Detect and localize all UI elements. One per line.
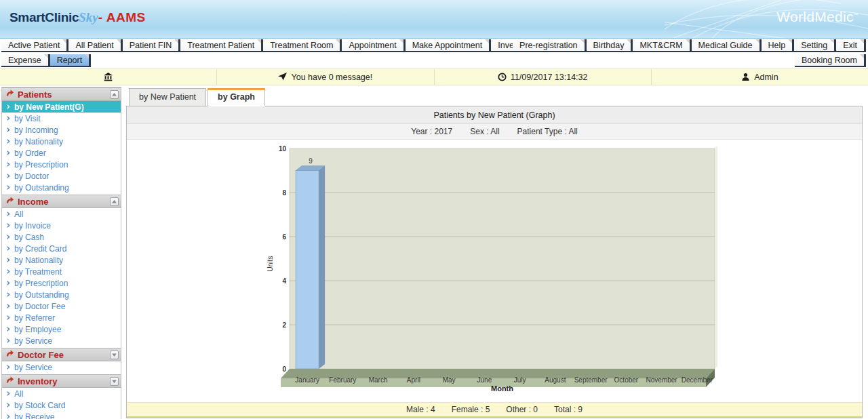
month-label: February <box>329 376 356 384</box>
collapse-button[interactable] <box>110 197 119 206</box>
menu-tab-all-patient[interactable]: All Patient <box>68 39 122 52</box>
menu-row-1: Active PatientAll PatientPatient FINTrea… <box>0 39 868 54</box>
sidebar-item-by-service[interactable]: by Service <box>2 361 121 373</box>
month-label: January <box>295 376 319 384</box>
chevron-right-icon <box>5 127 12 133</box>
filter-2: Sex : All <box>470 127 499 136</box>
sidebar-item-label: by Outstanding <box>14 183 69 193</box>
section-header-income[interactable]: Income <box>2 195 121 208</box>
month-label: May <box>443 376 456 384</box>
sidebar-item-by-referrer[interactable]: by Referrer <box>2 312 121 323</box>
sidebar-item-label: All <box>14 389 23 399</box>
svg-text:10: 10 <box>279 145 287 153</box>
sidebar-item-by-doctor[interactable]: by Doctor <box>2 170 121 182</box>
status-text-3: 11/09/2017 13:14:32 <box>511 73 588 82</box>
app-header: SmartClinicSky- AAMS WorldMedic™ <box>0 0 868 39</box>
sidebar-item-by-new-patient-g-[interactable]: by New Patient(G) <box>2 101 121 113</box>
chevron-right-icon <box>5 234 12 240</box>
sidebar-item-by-prescription[interactable]: by Prescription <box>2 159 121 170</box>
menu-tab-exit[interactable]: Exit <box>836 39 866 52</box>
sidebar-item-by-treatment[interactable]: by Treatment <box>2 266 121 277</box>
menu-tab-make-appointment[interactable]: Make Appointment <box>406 39 492 52</box>
sidebar-item-label: by Service <box>14 336 52 346</box>
sidebar-item-label: by Receive <box>14 412 54 419</box>
menu-tab-appointment[interactable]: Appointment <box>342 39 405 52</box>
bank-icon <box>104 73 113 81</box>
report-summary: Male : 4Female : 5Other : 0Total : 9 <box>127 402 862 418</box>
menu-tab-patient-fin[interactable]: Patient FIN <box>123 39 181 52</box>
section-arrow-icon <box>5 349 14 358</box>
tab-by-graph[interactable]: by Graph <box>208 88 265 106</box>
triangle-up-icon <box>111 198 118 205</box>
section-header-inventory[interactable]: Inventory <box>2 374 121 388</box>
triangle-down-icon <box>111 378 118 385</box>
menu-tab-birthday[interactable]: Birthday <box>587 39 633 52</box>
sidebar-item-label: by Cash <box>14 233 44 242</box>
sidebar-item-by-order[interactable]: by Order <box>2 147 121 159</box>
sidebar-item-by-cash[interactable]: by Cash <box>2 231 121 243</box>
menu-tab-mkt-crm[interactable]: MKT&CRM <box>633 39 691 52</box>
sidebar-item-by-credit-card[interactable]: by Credit Card <box>2 243 121 254</box>
section-header-patients[interactable]: Patients <box>2 87 121 101</box>
sidebar-item-by-nationality[interactable]: by Nationality <box>2 254 121 266</box>
sidebar-item-by-nationality[interactable]: by Nationality <box>2 136 121 147</box>
chevron-right-icon <box>5 150 12 156</box>
menu-row2-left-group: ExpenseReport <box>1 54 91 67</box>
sidebar-item-label: by New Patient(G) <box>14 102 84 112</box>
svg-text:6: 6 <box>282 233 286 241</box>
menu-tab-treatment-room[interactable]: Treatment Room <box>263 39 342 52</box>
summary-1: Male : 4 <box>406 405 435 414</box>
section-title: Inventory <box>18 376 110 386</box>
menu-tab-pre-registration[interactable]: Pre-registration <box>513 39 586 52</box>
sidebar-item-label: by Prescription <box>14 160 68 169</box>
sidebar-item-by-outstanding[interactable]: by Outstanding <box>2 182 121 193</box>
menu-tab-help[interactable]: Help <box>762 39 795 52</box>
menu-tab-booking-room[interactable]: Booking Room <box>795 54 866 67</box>
section-title: Patients <box>18 89 110 100</box>
sidebar-item-by-prescription[interactable]: by Prescription <box>2 277 121 289</box>
sidebar-item-by-outstanding[interactable]: by Outstanding <box>2 289 121 300</box>
svg-text:0: 0 <box>282 365 286 373</box>
menu-tab-report[interactable]: Report <box>50 54 92 67</box>
tab-by-new-patient[interactable]: by New Patient <box>129 88 206 106</box>
sidebar-item-label: by Doctor Fee <box>14 302 65 311</box>
sidebar-item-by-incoming[interactable]: by Incoming <box>2 124 121 136</box>
report-panel: Patients by New Patient (Graph) Year : 2… <box>126 106 863 418</box>
menu-tab-active-patient[interactable]: Active Patient <box>1 39 68 52</box>
sidebar-item-by-employee[interactable]: by Employee <box>2 323 121 335</box>
sidebar-item-all[interactable]: All <box>2 208 121 220</box>
chevron-right-icon <box>5 138 12 144</box>
section-title: Doctor Fee <box>18 350 110 360</box>
menu-bar: Active PatientAll PatientPatient FINTrea… <box>0 39 868 68</box>
chevron-right-icon <box>5 104 12 110</box>
section-header-doctor-fee[interactable]: Doctor Fee <box>2 348 121 361</box>
month-label: July <box>514 376 526 384</box>
menu-tab-treatment-patient[interactable]: Treatment Patient <box>180 39 263 52</box>
sidebar-item-all[interactable]: All <box>2 388 121 399</box>
menu-row2-right-group: Booking Room <box>795 54 866 67</box>
sidebar-section-income: IncomeAllby Invoiceby Cashby Credit Card… <box>2 195 121 346</box>
triangle-up-icon <box>111 91 118 98</box>
logo-smartclinic: SmartClinic <box>9 10 79 24</box>
collapse-button[interactable] <box>110 90 119 99</box>
sidebar-item-by-doctor-fee[interactable]: by Doctor Fee <box>2 300 121 312</box>
sidebar-item-label: by Order <box>14 148 46 158</box>
sidebar-section-patients: Patientsby New Patient(G)by Visitby Inco… <box>2 87 121 193</box>
summary-2: Female : 5 <box>452 405 490 414</box>
menu-tab-expense[interactable]: Expense <box>1 54 50 67</box>
collapse-button[interactable] <box>110 351 119 359</box>
sidebar-item-label: by Nationality <box>14 137 63 146</box>
chevron-right-icon <box>5 292 12 298</box>
sidebar-item-by-visit[interactable]: by Visit <box>2 113 121 124</box>
y-axis-title: Units <box>267 256 274 272</box>
menu-tab-setting[interactable]: Setting <box>794 39 836 52</box>
menu-tab-medical-guide[interactable]: Medical Guide <box>692 39 762 52</box>
sidebar-item-by-invoice[interactable]: by Invoice <box>2 220 121 231</box>
sidebar-item-by-stock-card[interactable]: by Stock Card <box>2 399 121 411</box>
sidebar-item-by-receive[interactable]: by Receive <box>2 411 121 419</box>
collapse-button[interactable] <box>110 377 119 386</box>
chevron-right-icon <box>5 245 12 252</box>
sidebar-item-by-service[interactable]: by Service <box>2 335 121 346</box>
menu-row-2: ExpenseReport Booking Room <box>0 54 868 68</box>
sidebar-item-label: All <box>14 210 23 219</box>
